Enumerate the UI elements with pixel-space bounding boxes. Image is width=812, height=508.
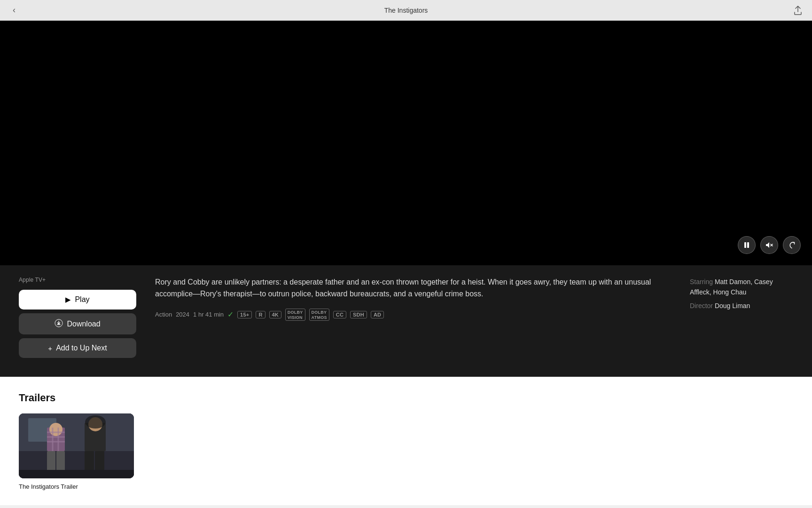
movie-description: Rory and Cobby are unlikely partners: a …	[155, 277, 671, 300]
check-icon: ✓	[227, 310, 234, 319]
trailer-title: The Instigators Trailer	[19, 483, 134, 490]
play-label: Play	[75, 295, 89, 304]
share-button[interactable]	[791, 4, 804, 17]
duration: 1 hr 41 min	[193, 311, 224, 318]
browser-title: The Instigators	[384, 7, 428, 14]
action-buttons-col: Apple TV+ ▶ Play Download + Add to Up Ne…	[19, 277, 136, 362]
svg-rect-23	[19, 470, 134, 478]
rating2-badge: R	[256, 311, 265, 318]
ad-badge: AD	[371, 311, 384, 318]
download-button[interactable]: Download	[19, 313, 136, 334]
svg-point-22	[85, 415, 106, 429]
description-col: Rory and Cobby are unlikely partners: a …	[155, 277, 671, 321]
browser-bar: ‹ The Instigators	[0, 0, 812, 21]
download-icon	[55, 319, 63, 329]
trailers-grid: The Instigators Trailer	[19, 413, 793, 490]
director-info: Director Doug Liman	[690, 301, 793, 311]
add-to-up-next-button[interactable]: + Add to Up Next	[19, 338, 136, 358]
trailer-thumbnail[interactable]	[19, 413, 134, 478]
starring-info: Starring Matt Damon, Casey Affleck, Hong…	[690, 277, 793, 298]
volume-button[interactable]	[760, 236, 778, 254]
video-controls	[738, 236, 801, 254]
starring-label: Starring	[690, 278, 713, 286]
rotate-button[interactable]	[783, 236, 801, 254]
svg-rect-1	[747, 242, 749, 248]
info-section: Apple TV+ ▶ Play Download + Add to Up Ne…	[0, 265, 812, 377]
hero-video	[0, 21, 812, 265]
cc-badge: CC	[333, 311, 346, 318]
svg-rect-10	[49, 423, 62, 436]
dolby-vision-badge: DOLBYVISION	[285, 309, 305, 321]
trailers-heading: Trailers	[19, 392, 793, 404]
director-label: Director	[690, 302, 713, 310]
genre: Action	[155, 311, 172, 318]
dolby-atmos-badge: DOLBYATMOS	[309, 309, 329, 321]
download-label: Download	[67, 320, 100, 328]
cast-col: Starring Matt Damon, Casey Affleck, Hong…	[690, 277, 793, 311]
play-button[interactable]: ▶ Play	[19, 290, 136, 310]
play-icon: ▶	[65, 295, 71, 304]
trailers-section: Trailers	[0, 377, 812, 505]
add-label: Add to Up Next	[56, 344, 107, 352]
apple-tv-label: Apple TV+	[19, 277, 136, 283]
metadata-row: Action 2024 1 hr 41 min ✓ 15+ R 4K DOLBY…	[155, 309, 671, 321]
back-button[interactable]: ‹	[8, 4, 21, 17]
quality-badge: 4K	[269, 311, 281, 318]
list-item[interactable]: The Instigators Trailer	[19, 413, 134, 490]
sdh-badge: SDH	[350, 311, 367, 318]
svg-rect-0	[744, 242, 746, 248]
year: 2024	[176, 311, 189, 318]
add-icon: +	[48, 344, 52, 352]
rating-badge: 15+	[237, 311, 252, 318]
pause-button[interactable]	[738, 236, 756, 254]
director-name: Doug Liman	[715, 302, 750, 310]
